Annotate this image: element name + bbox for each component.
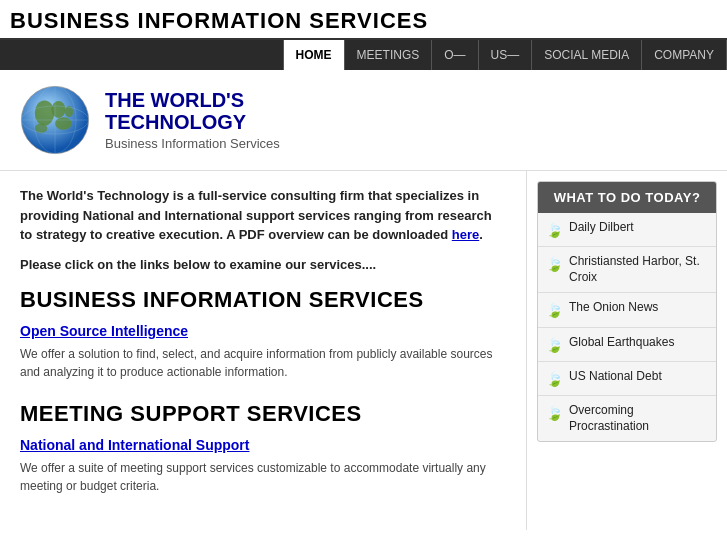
globe-icon <box>20 85 90 155</box>
sidebar-item-earthquakes[interactable]: 🍃 Global Earthquakes <box>538 328 716 362</box>
sidebar-header: WHAT TO DO TODAY? <box>538 182 716 213</box>
sidebar-item-procrastination[interactable]: 🍃 Overcoming Procrastination <box>538 396 716 441</box>
logo-area: THE WORLD'S TECHNOLOGY Business Informat… <box>0 70 727 171</box>
prompt-text: Please click on the links below to exami… <box>20 257 506 272</box>
section-heading-1: BUSINESS INFORMATION SERVICES <box>20 287 506 313</box>
left-content: The World's Technology is a full-service… <box>0 171 527 530</box>
service-link-2[interactable]: National and International Support <box>20 437 506 453</box>
leaf-icon-4: 🍃 <box>546 336 563 354</box>
service-desc-1: We offer a solution to find, select, and… <box>20 345 506 381</box>
sidebar-item-national-debt[interactable]: 🍃 US National Debt <box>538 362 716 396</box>
main-nav: HOME MEETINGS O— US— SOCIAL MEDIA COMPAN… <box>0 40 727 70</box>
page-title-bar: BUSINESS INFORMATION SERVICES <box>0 0 727 40</box>
sidebar-item-harbor[interactable]: 🍃 Christiansted Harbor, St. Croix <box>538 247 716 293</box>
svg-point-2 <box>52 101 66 118</box>
page-title: BUSINESS INFORMATION SERVICES <box>10 8 717 34</box>
sidebar-item-onion-news[interactable]: 🍃 The Onion News <box>538 293 716 327</box>
nav-o[interactable]: O— <box>432 40 478 70</box>
section-business-info: BUSINESS INFORMATION SERVICES Open Sourc… <box>20 287 506 381</box>
section-heading-2: MEETING SUPPORT SERVICES <box>20 401 506 427</box>
main-layout: The World's Technology is a full-service… <box>0 171 727 530</box>
svg-point-3 <box>55 117 72 130</box>
logo-main-title: THE WORLD'S TECHNOLOGY <box>105 89 280 133</box>
nav-company[interactable]: COMPANY <box>642 40 727 70</box>
leaf-icon-5: 🍃 <box>546 370 563 388</box>
sidebar-item-daily-dilbert[interactable]: 🍃 Daily Dilbert <box>538 213 716 247</box>
nav-social-media[interactable]: SOCIAL MEDIA <box>532 40 642 70</box>
nav-home[interactable]: HOME <box>283 40 345 70</box>
intro-paragraph: The World's Technology is a full-service… <box>20 186 506 245</box>
leaf-icon-2: 🍃 <box>546 255 563 273</box>
service-desc-2: We offer a suite of meeting support serv… <box>20 459 506 495</box>
leaf-icon-6: 🍃 <box>546 404 563 422</box>
section-meeting-support: MEETING SUPPORT SERVICES National and In… <box>20 401 506 495</box>
leaf-icon-1: 🍃 <box>546 221 563 239</box>
right-sidebar: WHAT TO DO TODAY? 🍃 Daily Dilbert 🍃 Chri… <box>527 171 727 530</box>
leaf-icon-3: 🍃 <box>546 301 563 319</box>
pdf-link[interactable]: here <box>452 227 479 242</box>
logo-sub-title: Business Information Services <box>105 136 280 151</box>
svg-point-1 <box>35 100 55 125</box>
logo-text: THE WORLD'S TECHNOLOGY Business Informat… <box>105 89 280 151</box>
nav-us[interactable]: US— <box>479 40 533 70</box>
sidebar-box: WHAT TO DO TODAY? 🍃 Daily Dilbert 🍃 Chri… <box>537 181 717 442</box>
nav-meetings[interactable]: MEETINGS <box>345 40 433 70</box>
service-link-1[interactable]: Open Source Intelligence <box>20 323 506 339</box>
